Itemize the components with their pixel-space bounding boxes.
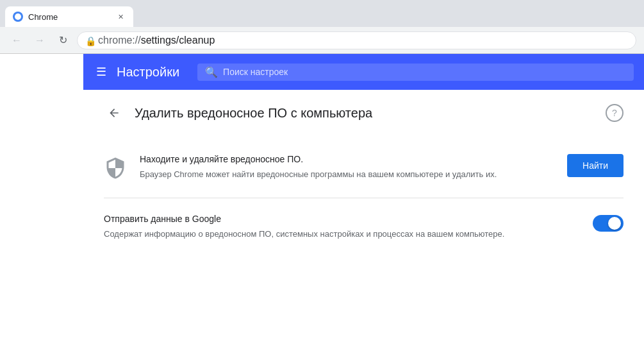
send-data-toggle[interactable] [593, 215, 623, 232]
search-icon: 🔍 [205, 66, 218, 78]
sidebar [0, 54, 83, 351]
shield-icon [104, 157, 127, 180]
find-malware-text: Находите и удаляйте вредоносное ПО. Брау… [140, 154, 554, 182]
secure-icon: 🔒 [85, 36, 94, 45]
browser-frame: Chrome ✕ ← → ↻ 🔒 chrome://settings/clean… [0, 0, 644, 351]
search-box[interactable]: 🔍 Поиск настроек [197, 64, 634, 81]
toggle-track[interactable] [593, 215, 623, 232]
tab-bar: Chrome ✕ [0, 0, 644, 27]
shield-icon-container [104, 157, 127, 182]
content-area: Удалить вредоносное ПО с компьютера ? [83, 90, 644, 351]
help-button[interactable]: ? [606, 104, 623, 122]
search-input-placeholder: Поиск настроек [223, 67, 288, 77]
active-tab[interactable]: Chrome ✕ [5, 6, 133, 27]
find-malware-content: Находите и удаляйте вредоносное ПО. Брау… [104, 154, 554, 182]
find-malware-label: Находите и удаляйте вредоносное ПО. [140, 154, 554, 164]
forward-navigation-button[interactable]: → [31, 31, 49, 49]
content-inner: Удалить вредоносное ПО с компьютера ? [83, 90, 644, 269]
help-icon: ? [612, 108, 617, 118]
back-navigation-button[interactable]: ← [8, 31, 26, 49]
navigation-toolbar: ← → ↻ 🔒 chrome://settings/cleanup [0, 27, 644, 54]
tab-close-button[interactable]: ✕ [115, 12, 126, 22]
page-header: Удалить вредоносное ПО с компьютера ? [104, 103, 623, 123]
toggle-thumb [608, 217, 621, 230]
page-back-button[interactable] [104, 103, 124, 123]
back-arrow-icon [108, 107, 120, 119]
main-content: ☰ Настройки 🔍 Поиск настроек [83, 54, 644, 351]
address-bar[interactable]: 🔒 chrome://settings/cleanup [77, 31, 636, 49]
settings-header: ☰ Настройки 🔍 Поиск настроек [83, 54, 644, 90]
send-data-text: Отправить данные в Google Содержат инфор… [104, 214, 580, 241]
cleanup-page-title: Удалить вредоносное ПО с компьютера [135, 106, 372, 121]
find-button-container: Найти [567, 154, 623, 177]
tab-title: Chrome [28, 12, 58, 22]
send-data-label: Отправить данные в Google [104, 214, 580, 224]
page-content: ☰ Настройки 🔍 Поиск настроек [0, 54, 644, 351]
send-data-description: Содержат информацию о вредоносном ПО, си… [104, 228, 565, 241]
tab-favicon [13, 12, 23, 22]
reload-button[interactable]: ↻ [54, 31, 72, 49]
send-data-section: Отправить данные в Google Содержат инфор… [104, 198, 623, 256]
settings-page-title: Настройки [117, 65, 179, 80]
find-button[interactable]: Найти [567, 154, 623, 177]
address-text: chrome://settings/cleanup [98, 35, 215, 46]
hamburger-menu-button[interactable]: ☰ [94, 62, 109, 81]
find-malware-description: Браузер Chrome может найти вредоносные п… [140, 168, 537, 181]
find-malware-section: Находите и удаляйте вредоносное ПО. Брау… [104, 139, 623, 198]
page-header-left: Удалить вредоносное ПО с компьютера [104, 103, 372, 123]
